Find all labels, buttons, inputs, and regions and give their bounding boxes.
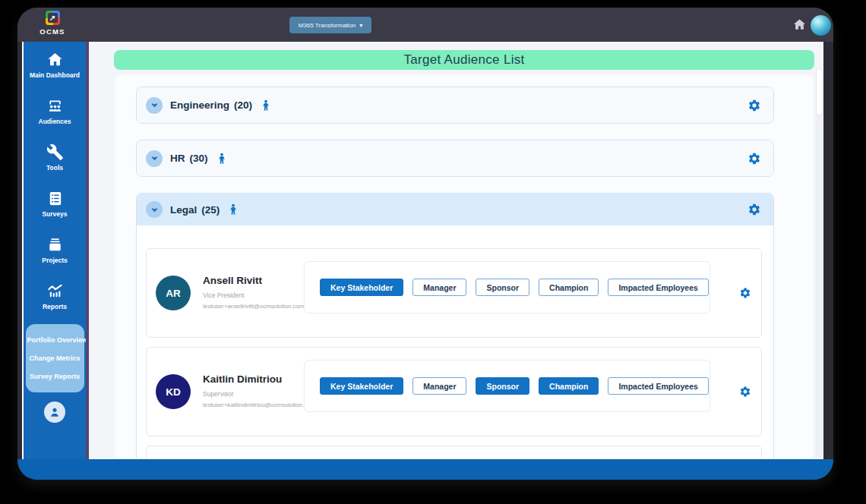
group-name: HR [170,153,185,164]
group-count: (30) [190,153,208,164]
logo-arrow-icon: ↗ [49,14,55,22]
sidebar-nav: Main DashboardAudiencesToolsSurveysProje… [24,42,86,459]
roles-box: Key StakeholderManagerSponsorChampionImp… [304,360,710,412]
role-button-key-stakeholder[interactable]: Key Stakeholder [320,279,403,296]
chevron-down-icon [150,153,160,163]
member-card: ARAnsell RivittVice Presidenttestuser+an… [146,248,762,338]
vertical-scrollbar[interactable] [816,68,823,459]
sidebar-item-label: Audiences [39,118,71,125]
sidebar-item-portfolio-overview[interactable]: Portfolio Overview [27,331,83,349]
audience-group-hr: HR(30) [136,140,774,177]
expand-toggle[interactable] [146,150,163,167]
wrench-icon [46,143,64,161]
gear-icon[interactable] [747,152,761,165]
sidebar-item-reports[interactable]: Reports [24,282,86,310]
role-button-impacted-employees[interactable]: Impacted Employees [608,279,708,296]
member-title: Vice President [203,291,317,299]
main-content: Target Audience List Engineering(20)HR(3… [89,42,823,459]
role-button-champion[interactable]: Champion [539,377,599,395]
bottom-bar [17,459,833,480]
member-email: testuser+kaitlindimitriou@ocmsolution.co… [203,401,317,410]
profile-avatar[interactable] [44,402,65,423]
sidebar-item-label: Surveys [42,210,67,218]
page-title-bar: Target Audience List [114,50,814,70]
screen-background: ↗ OCMS M365 Transformation ▾ Main Dashbo… [0,0,866,504]
sidebar-item-change-metrics[interactable]: Change Metrics [27,349,83,367]
ocms-logo-icon: ↗ [46,11,60,25]
expand-toggle[interactable] [146,97,163,114]
sidebar-item-label: Projects [42,257,68,264]
person-icon [227,203,239,216]
gear-icon[interactable] [747,99,761,112]
roles-box: Key StakeholderManagerSponsorChampionImp… [304,261,710,313]
role-button-manager[interactable]: Manager [412,279,466,296]
group-header-legal[interactable]: Legal(25) [137,194,773,225]
user-avatar-icon[interactable] [811,15,831,36]
home-icon [46,51,64,68]
member-title: Supervisor [203,390,317,398]
projects-box-icon [46,236,64,254]
gear-icon[interactable] [747,203,761,216]
member-email: testuser+ansellrivitt@ocmsolution.com [203,302,317,311]
topbar: ↗ OCMS M365 Transformation ▾ [17,8,833,42]
audience-group-engineering: Engineering(20) [136,87,774,124]
ocms-logo: ↗ OCMS [31,11,74,36]
audience-list-panel: Engineering(20)HR(30)Legal(25)ARAnsell R… [114,74,814,459]
member-name: Kaitlin Dimitriou [203,373,317,385]
group-count: (25) [201,204,220,216]
home-icon[interactable] [792,17,807,32]
person-icon [260,99,272,112]
sidebar-item-surveys[interactable]: Surveys [24,190,86,218]
member-card: KDKaitlin DimitriouSupervisortestuser+ka… [146,347,762,436]
chevron-down-icon [150,205,160,215]
sidebar-item-projects[interactable]: Projects [24,236,86,264]
role-button-impacted-employees[interactable]: Impacted Employees [608,377,708,395]
sidebar-item-audiences[interactable]: Audiences [24,97,86,125]
reports-chart-icon [46,282,64,300]
group-name: Legal [170,204,197,216]
role-button-sponsor[interactable]: Sponsor [476,377,529,395]
sidebar-item-main-dashboard[interactable]: Main Dashboard [24,51,86,79]
logo-text: OCMS [40,27,65,36]
sidebar-item-label: Main Dashboard [30,71,80,79]
window-content: Main DashboardAudiencesToolsSurveysProje… [22,42,823,459]
avatar: KD [156,374,191,409]
roles-box [304,458,710,459]
sidebar-item-tools[interactable]: Tools [24,143,86,172]
expand-toggle[interactable] [146,201,163,218]
group-header-engineering[interactable]: Engineering(20) [137,87,773,123]
role-button-sponsor[interactable]: Sponsor [476,279,529,296]
survey-list-icon [46,190,64,207]
member-card-partial [146,446,762,459]
chevron-down-icon: ▾ [359,22,362,29]
person-icon [216,153,228,165]
sidebar-item-label: Reports [43,303,67,310]
role-button-champion[interactable]: Champion [539,279,599,296]
role-button-key-stakeholder[interactable]: Key Stakeholder [320,377,403,395]
chevron-down-icon [150,100,160,110]
reports-subnav: Portfolio OverviewChange MetricsSurvey R… [26,324,84,392]
member-info: Kaitlin DimitriouSupervisortestuser+kait… [203,373,317,410]
group-list: Engineering(20)HR(30)Legal(25)ARAnsell R… [136,87,774,459]
scrollbar-thumb[interactable] [816,68,823,115]
role-button-manager[interactable]: Manager [412,377,466,395]
member-info: Ansell RivittVice Presidenttestuser+anse… [203,275,317,311]
avatar: AR [156,276,191,310]
people-group-icon [46,97,64,115]
sidebar-item-label: Tools [46,164,63,172]
group-body: ARAnsell RivittVice Presidenttestuser+an… [137,225,773,459]
project-selector[interactable]: M365 Transformation ▾ [289,17,371,33]
gear-icon[interactable] [739,386,751,398]
page-title: Target Audience List [403,52,524,68]
group-name: Engineering [170,99,229,111]
audience-group-legal: Legal(25)ARAnsell RivittVice Presidentte… [136,193,774,459]
gear-icon[interactable] [739,287,751,299]
group-count: (20) [234,99,252,111]
member-name: Ansell Rivitt [203,275,317,286]
person-avatar-icon [48,405,62,419]
sidebar-item-survey-reports[interactable]: Survey Reports [27,367,83,386]
project-selector-label: M365 Transformation [299,22,356,29]
app-window: ↗ OCMS M365 Transformation ▾ Main Dashbo… [17,8,833,480]
group-header-hr[interactable]: HR(30) [137,140,773,176]
